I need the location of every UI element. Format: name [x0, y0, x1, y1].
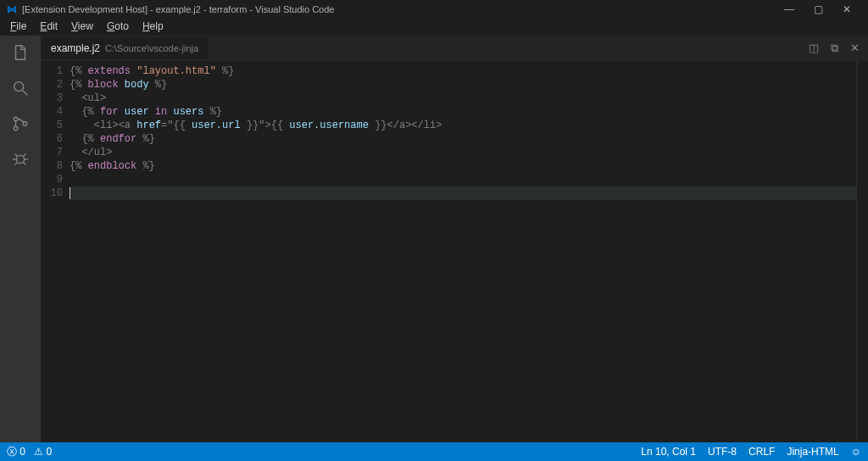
- tab-path: C:\Source\vscode-jinja: [105, 43, 198, 53]
- code-line: [70, 173, 856, 186]
- code-content[interactable]: {% extends "layout.html" %} {% block bod…: [70, 61, 856, 442]
- tab-bar: example.j2 C:\Source\vscode-jinja ◫ ⧉ ✕: [41, 36, 868, 61]
- svg-line-1: [23, 91, 28, 96]
- code-line: {% for user in users %}: [70, 105, 856, 119]
- tab-example-j2[interactable]: example.j2 C:\Source\vscode-jinja: [41, 37, 209, 59]
- activity-bar: [0, 36, 41, 442]
- status-warnings[interactable]: ⚠ 0: [34, 446, 52, 458]
- split-editor-icon[interactable]: ◫: [809, 42, 819, 55]
- menu-goto[interactable]: Goto: [100, 19, 136, 36]
- tab-filename: example.j2: [51, 42, 100, 54]
- menu-bar: File Edit View Goto Help: [0, 19, 868, 36]
- close-button[interactable]: ✕: [832, 3, 861, 15]
- code-line: {% endfor %}: [70, 132, 856, 146]
- code-line: <ul>: [70, 92, 856, 105]
- menu-file[interactable]: File: [3, 19, 33, 36]
- svg-line-11: [24, 163, 26, 165]
- title-bar: ⋈ [Extension Development Host] - example…: [0, 0, 868, 19]
- code-line: {% endblock %}: [70, 159, 856, 173]
- tab-actions: ◫ ⧉ ✕: [809, 42, 868, 55]
- source-control-icon[interactable]: [10, 114, 31, 134]
- vscode-logo-icon: ⋈: [7, 3, 17, 15]
- code-line: {% block body %}: [70, 78, 856, 92]
- status-bar: ⓧ 0 ⚠ 0 Ln 10, Col 1 UTF-8 CRLF Jinja-HT…: [0, 442, 868, 461]
- window-title: [Extension Development Host] - example.j…: [22, 4, 775, 14]
- status-position[interactable]: Ln 10, Col 1: [641, 446, 696, 458]
- svg-line-10: [15, 163, 18, 165]
- show-opened-icon[interactable]: ⧉: [831, 42, 838, 55]
- line-gutter: 1 2 3 4 5 6 7 8 9 10: [41, 61, 70, 442]
- status-eol[interactable]: CRLF: [748, 446, 775, 458]
- code-line: [70, 186, 856, 200]
- status-errors[interactable]: ⓧ 0: [7, 445, 25, 459]
- svg-point-3: [14, 126, 18, 131]
- feedback-icon[interactable]: ☺: [851, 446, 861, 458]
- explorer-icon[interactable]: [10, 42, 31, 63]
- minimize-button[interactable]: —: [775, 3, 804, 15]
- code-line: <li><a href="{{ user.url }}">{{ user.use…: [70, 119, 856, 132]
- menu-edit[interactable]: Edit: [33, 19, 64, 36]
- debug-icon[interactable]: [10, 149, 31, 169]
- menu-view[interactable]: View: [64, 19, 100, 36]
- svg-point-0: [14, 82, 24, 92]
- svg-point-4: [23, 122, 27, 126]
- more-actions-icon[interactable]: ✕: [850, 42, 860, 55]
- menu-help[interactable]: Help: [136, 19, 170, 36]
- svg-line-8: [15, 154, 18, 157]
- svg-point-5: [16, 155, 24, 163]
- search-icon[interactable]: [10, 78, 31, 98]
- editor-group: example.j2 C:\Source\vscode-jinja ◫ ⧉ ✕ …: [41, 36, 868, 442]
- status-language[interactable]: Jinja-HTML: [787, 446, 838, 458]
- status-encoding[interactable]: UTF-8: [708, 446, 737, 458]
- svg-line-9: [24, 154, 26, 157]
- svg-point-2: [14, 117, 18, 121]
- code-line: {% extends "layout.html" %}: [70, 64, 856, 78]
- minimap[interactable]: [856, 61, 868, 442]
- text-cursor: [70, 187, 70, 199]
- editor-area[interactable]: 1 2 3 4 5 6 7 8 9 10 {% extends "layout.…: [41, 61, 868, 442]
- code-line: </ul>: [70, 146, 856, 159]
- maximize-button[interactable]: ▢: [804, 3, 832, 15]
